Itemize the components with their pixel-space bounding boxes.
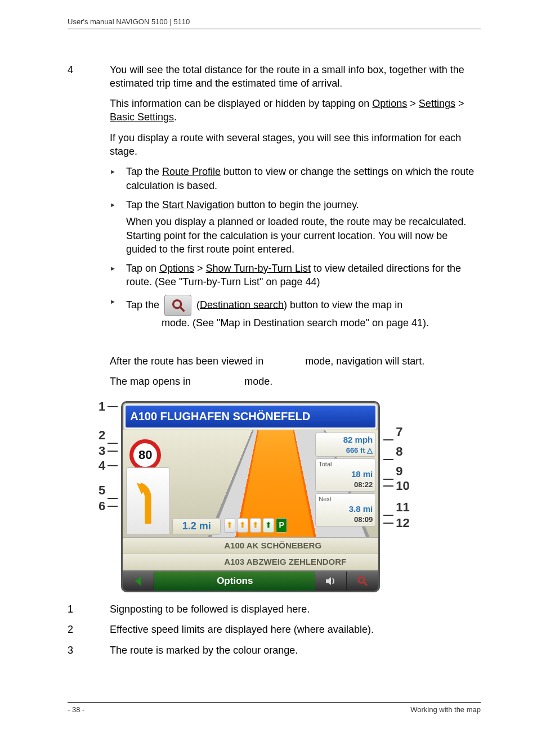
callout-11: 11	[396, 499, 409, 516]
text: .	[174, 111, 177, 123]
back-button[interactable]	[123, 572, 154, 591]
total-distance: 18 mi	[319, 469, 373, 480]
callout-6: 6	[99, 498, 105, 515]
explain-num: 3	[68, 644, 84, 657]
settings-link: Settings	[419, 98, 455, 109]
callout-7: 7	[396, 424, 402, 440]
explain-2: 2 Effective speed limits are displayed h…	[68, 623, 481, 636]
left-callouts: 1 2 3 4 5 6	[99, 401, 120, 514]
explain-num: 1	[68, 602, 84, 616]
options-link: Options	[159, 263, 194, 274]
turn-arrow	[126, 467, 170, 535]
para: This information can be displayed or hid…	[110, 97, 481, 124]
manual-header: User's manual NAVIGON 5100 | 5110	[68, 17, 481, 29]
right-callouts: 7 8 9 10 11 12	[381, 401, 409, 530]
explain-1: 1 Signposting to be followed is displaye…	[68, 602, 481, 616]
next-eta: 08:09	[319, 515, 373, 525]
hidden-mode: Navigation	[194, 376, 241, 387]
turn-distance-value: 1.2 mi	[182, 519, 211, 533]
bullet-list: Tap the Route Profile button to view or …	[110, 165, 481, 330]
para: If you display a route with several stag…	[110, 131, 481, 159]
callout-2: 2	[99, 427, 105, 444]
lane-assist: ⬆ ⬆ ⬆ ⬆ P	[223, 517, 288, 534]
explain-text: Effective speed limits are displayed her…	[110, 623, 374, 636]
next-box: Next 3.8 mi 08:09	[315, 493, 376, 526]
street-bar: A100 AK SCHÖNEBERG A103 ABZWEIG ZEHLENDO…	[123, 537, 378, 571]
footer-section: Working with the map	[410, 705, 481, 715]
list-item: Tap the Start Navigation button to begin…	[110, 198, 481, 256]
next-distance: 3.8 mi	[319, 503, 373, 515]
section-intro: After the route has been viewed in Previ…	[68, 354, 481, 395]
list-item: Tap the (Destination search) button to v…	[110, 295, 481, 330]
text: ) button to view the map in	[284, 299, 405, 310]
text: Tap the	[126, 199, 162, 210]
bottom-bar: Options	[123, 570, 378, 591]
route-profile-link: Route Profile	[162, 166, 221, 177]
explain-text: The route is marked by the colour orange…	[110, 644, 298, 657]
callout-5: 5	[99, 482, 105, 499]
page-number: - 38 -	[68, 705, 84, 715]
text: Tap on	[126, 263, 159, 274]
text: Tap the	[126, 166, 162, 177]
text: mode, navigation will start.	[302, 356, 424, 367]
search-button[interactable]	[347, 572, 378, 591]
explain-num: 2	[68, 623, 84, 636]
callout-8: 8	[396, 443, 402, 460]
lane-icon: ⬆	[250, 518, 261, 533]
navigation-device-figure: 1 2 3 4 5 6 A100 FLUGHAFEN SCHÖNEFELD 80…	[99, 401, 481, 593]
start-navigation-link: Start Navigation	[162, 199, 234, 210]
signpost-bar: A100 FLUGHAFEN SCHÖNEFELD	[124, 404, 377, 429]
text: The map opens in	[110, 376, 194, 387]
destination-search-link: Destination search	[200, 299, 284, 310]
options-button[interactable]: Options	[154, 572, 315, 591]
step-text: You will see the total distance for the …	[110, 63, 481, 335]
text: After the route has been viewed in	[110, 356, 266, 367]
page-footer: - 38 - Working with the map	[68, 702, 481, 715]
explain-text: Signposting to be followed is displayed …	[110, 602, 310, 616]
lane-icon: ⬆	[263, 518, 274, 533]
turn-distance: 1.2 mi	[172, 518, 221, 535]
next-street: A103 ABZWEIG ZEHLENDORF	[123, 554, 378, 570]
total-label: Total	[319, 460, 373, 469]
text: >	[407, 98, 419, 109]
lane-parking-icon: P	[276, 518, 287, 533]
map-view: 80 1.2 mi ⬆ ⬆ ⬆ ⬆ P 82 mph 666 ft △ Tota…	[123, 430, 378, 537]
text: >	[194, 263, 206, 274]
options-link: Options	[372, 98, 407, 109]
destination-search-icon	[164, 295, 191, 316]
explain-3: 3 The route is marked by the colour oran…	[68, 644, 481, 657]
step-4: 4 You will see the total distance for th…	[68, 63, 481, 335]
text: >	[455, 98, 464, 109]
text: mode.	[241, 376, 272, 387]
speed-limit-sign: 80	[129, 439, 161, 471]
para: When you display a planned or loaded rou…	[126, 215, 481, 256]
current-speed: 82 mph	[319, 434, 373, 446]
info-stack: 82 mph 666 ft △ Total 18 mi 08:22 Next 3…	[315, 433, 376, 526]
elevation: 666 ft △	[319, 446, 373, 456]
speed-alt-box: 82 mph 666 ft △	[315, 433, 376, 457]
list-item: Tap the Route Profile button to view or …	[110, 165, 481, 192]
lane-icon: ⬆	[224, 518, 235, 533]
current-street: A100 AK SCHÖNEBERG	[123, 538, 378, 554]
text: Tap the	[126, 299, 162, 310]
callout-12: 12	[396, 515, 409, 532]
callout-4: 4	[99, 457, 105, 474]
para: After the route has been viewed in Previ…	[110, 354, 481, 368]
text: button to begin the journey.	[234, 199, 359, 210]
volume-button[interactable]	[315, 572, 347, 591]
svg-point-2	[359, 577, 364, 583]
lane-icon: ⬆	[237, 518, 248, 533]
total-eta: 08:22	[319, 480, 373, 490]
svg-line-1	[180, 307, 184, 311]
turn-by-turn-link: Show Turn-by-Turn List	[206, 263, 311, 274]
svg-line-3	[364, 582, 367, 586]
hidden-mode: Preview	[266, 356, 302, 367]
basic-settings-link: Basic Settings	[110, 111, 174, 123]
text: This information can be displayed or hid…	[110, 98, 372, 109]
nav-device: A100 FLUGHAFEN SCHÖNEFELD 80 1.2 mi ⬆ ⬆ …	[121, 401, 380, 593]
list-item: Tap on Options > Show Turn-by-Turn List …	[110, 262, 481, 289]
step-number: 4	[68, 63, 84, 335]
para: You will see the total distance for the …	[110, 63, 481, 91]
next-label: Next	[319, 495, 373, 503]
text: mode. (See "Map in Destination search mo…	[159, 317, 429, 328]
